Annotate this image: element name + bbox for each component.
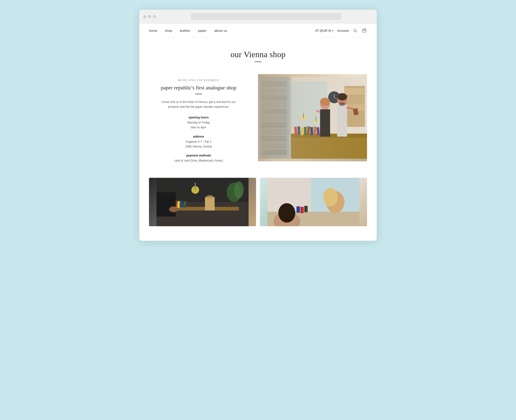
svg-point-65	[234, 181, 244, 198]
nav-item-about-us[interactable]: about us	[214, 28, 227, 33]
svg-rect-11	[261, 116, 286, 121]
nav-link-leather[interactable]: leather	[180, 29, 190, 32]
page-title-section: our Vienna shop	[149, 50, 367, 62]
svg-rect-34	[307, 126, 310, 134]
svg-point-51	[339, 102, 345, 106]
svg-rect-62	[205, 197, 215, 210]
shop-section: WE'RE OPEN FOR BUSINESS! paper republic'…	[149, 74, 367, 168]
svg-rect-29	[291, 138, 367, 159]
payment-label: payment methods	[149, 154, 248, 157]
svg-point-42	[313, 119, 318, 124]
svg-rect-68	[156, 192, 176, 217]
svg-point-75	[278, 203, 295, 223]
svg-rect-38	[320, 127, 323, 135]
svg-rect-4	[258, 77, 291, 159]
svg-rect-15	[261, 143, 286, 148]
search-button[interactable]	[352, 28, 358, 33]
svg-rect-30	[294, 127, 297, 135]
svg-rect-53	[353, 108, 359, 115]
bottom-photo-2-svg	[260, 178, 367, 226]
svg-rect-45	[320, 109, 330, 137]
opening-hours-time: 9am to 4pm	[149, 125, 248, 130]
svg-rect-33	[304, 127, 307, 135]
chevron-down-icon: ▾	[332, 29, 333, 32]
bottom-photo-2	[260, 178, 367, 226]
nav-link-paper[interactable]: paper	[198, 29, 206, 32]
payment-block: payment methods cash & card (Visa, Maste…	[149, 154, 248, 163]
tagline-divider	[195, 94, 202, 94]
account-link[interactable]: Account	[337, 29, 349, 32]
svg-line-1	[356, 31, 357, 32]
svg-point-50	[337, 93, 347, 101]
svg-line-22	[334, 97, 336, 99]
svg-rect-28	[291, 134, 367, 138]
address-block: address Augasse 5-7 / Top 1 1090 Vienna,…	[149, 135, 248, 149]
svg-point-19	[328, 92, 340, 103]
dot-red	[143, 15, 146, 18]
svg-rect-35	[310, 127, 313, 135]
opening-hours-block: opening hours Monday to Friday 9am to 4p…	[149, 116, 248, 130]
svg-rect-9	[261, 102, 286, 107]
svg-rect-27	[345, 112, 364, 119]
svg-rect-36	[313, 126, 316, 134]
browser-window: home shop leather paper about us AT (EUR…	[139, 10, 377, 241]
nav-links: home shop leather paper about us	[149, 28, 227, 33]
svg-rect-26	[345, 104, 364, 111]
currency-label: AT (EUR €)	[315, 29, 331, 32]
nav-link-shop[interactable]: shop	[165, 29, 172, 32]
svg-rect-12	[261, 122, 286, 128]
address-street: Augasse 5-7 / Top 1	[149, 139, 248, 144]
currency-selector[interactable]: AT (EUR €) ▾	[315, 29, 333, 32]
svg-rect-52	[346, 106, 356, 111]
svg-rect-32	[300, 127, 303, 135]
svg-rect-37	[316, 127, 320, 135]
nav-item-shop[interactable]: shop	[165, 28, 172, 33]
svg-rect-13	[261, 129, 286, 135]
svg-rect-67	[195, 183, 196, 190]
svg-rect-5	[260, 77, 289, 159]
svg-rect-49	[337, 105, 347, 137]
svg-rect-14	[261, 136, 286, 141]
svg-point-69	[169, 206, 178, 212]
bottom-photo-1-svg	[149, 178, 256, 226]
payment-value: cash & card (Visa, Mastercard, Amex)	[149, 158, 248, 163]
address-bar[interactable]	[191, 13, 341, 20]
bottom-images	[149, 178, 367, 226]
svg-rect-18	[291, 81, 327, 127]
address-city: 1090 Vienna, Austria	[149, 144, 248, 149]
cart-button[interactable]	[362, 28, 367, 33]
nav-link-home[interactable]: home	[149, 29, 157, 32]
nav-item-leather[interactable]: leather	[180, 28, 190, 33]
nav-item-home[interactable]: home	[149, 28, 157, 33]
svg-point-44	[320, 98, 330, 110]
svg-rect-79	[300, 207, 304, 213]
nav-item-paper[interactable]: paper	[198, 28, 206, 33]
search-icon	[353, 28, 357, 33]
browser-chrome	[139, 10, 377, 23]
svg-point-77	[323, 188, 338, 206]
shop-image-container	[258, 74, 367, 161]
svg-point-40	[301, 115, 306, 121]
svg-rect-17	[291, 77, 367, 140]
svg-rect-47	[316, 110, 320, 113]
title-divider	[255, 62, 261, 62]
bottom-photo-1	[149, 178, 256, 226]
shop-description: Come visit us in the heart of Vienna, ge…	[157, 100, 240, 109]
svg-rect-8	[261, 95, 286, 101]
svg-point-63	[206, 195, 213, 199]
svg-rect-3	[258, 77, 367, 159]
svg-rect-78	[297, 206, 300, 213]
cart-icon	[362, 28, 367, 33]
nav-link-about-us[interactable]: about us	[214, 29, 227, 32]
svg-rect-31	[297, 126, 300, 134]
svg-rect-23	[344, 86, 365, 127]
browser-dots	[143, 15, 156, 18]
nav-right: AT (EUR €) ▾ Account	[315, 28, 367, 33]
navigation: home shop leather paper about us AT (EUR…	[139, 23, 377, 38]
address-label: address	[149, 135, 248, 138]
shop-photo	[258, 74, 367, 161]
shop-photo-svg	[258, 74, 367, 161]
dot-yellow	[148, 15, 151, 18]
opening-hours-label: opening hours	[149, 116, 248, 119]
svg-rect-16	[261, 149, 286, 155]
